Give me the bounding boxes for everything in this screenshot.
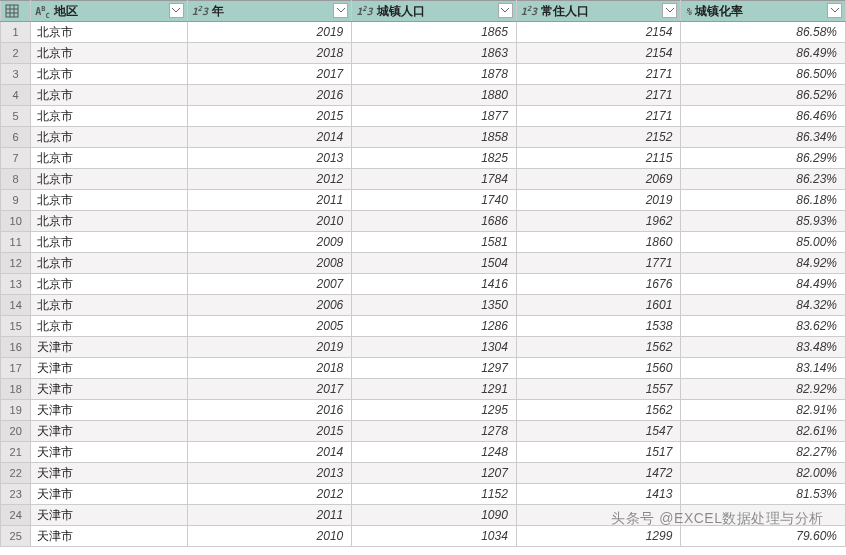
cell-year[interactable]: 2019 xyxy=(187,337,352,358)
cell-region[interactable]: 北京市 xyxy=(31,22,187,43)
cell-resident[interactable]: 1962 xyxy=(516,211,681,232)
cell-urban[interactable]: 1877 xyxy=(352,106,517,127)
row-number[interactable]: 13 xyxy=(1,274,31,295)
filter-dropdown-year[interactable] xyxy=(333,3,348,18)
row-number[interactable]: 12 xyxy=(1,253,31,274)
cell-rate[interactable]: 86.58% xyxy=(681,22,846,43)
row-number[interactable]: 10 xyxy=(1,211,31,232)
cell-year[interactable]: 2011 xyxy=(187,505,352,526)
cell-year[interactable]: 2012 xyxy=(187,484,352,505)
table-row[interactable]: 23天津市20121152141381.53% xyxy=(1,484,846,505)
cell-urban[interactable]: 1740 xyxy=(352,190,517,211)
row-number[interactable]: 15 xyxy=(1,316,31,337)
cell-rate[interactable]: 85.00% xyxy=(681,232,846,253)
cell-urban[interactable]: 1880 xyxy=(352,85,517,106)
table-row[interactable]: 18天津市20171291155782.92% xyxy=(1,379,846,400)
cell-region[interactable]: 北京市 xyxy=(31,211,187,232)
cell-resident[interactable]: 2019 xyxy=(516,190,681,211)
cell-year[interactable]: 2019 xyxy=(187,22,352,43)
row-number[interactable]: 14 xyxy=(1,295,31,316)
cell-year[interactable]: 2018 xyxy=(187,358,352,379)
row-number[interactable]: 23 xyxy=(1,484,31,505)
cell-resident[interactable]: 1601 xyxy=(516,295,681,316)
table-row[interactable]: 11北京市20091581186085.00% xyxy=(1,232,846,253)
cell-resident[interactable]: 1517 xyxy=(516,442,681,463)
row-number[interactable]: 21 xyxy=(1,442,31,463)
cell-region[interactable]: 北京市 xyxy=(31,169,187,190)
cell-resident[interactable]: 1560 xyxy=(516,358,681,379)
cell-urban[interactable]: 1858 xyxy=(352,127,517,148)
cell-urban[interactable]: 1686 xyxy=(352,211,517,232)
row-number[interactable]: 2 xyxy=(1,43,31,64)
cell-year[interactable]: 2017 xyxy=(187,64,352,85)
cell-rate[interactable]: 82.00% xyxy=(681,463,846,484)
cell-region[interactable]: 北京市 xyxy=(31,106,187,127)
cell-year[interactable]: 2010 xyxy=(187,526,352,547)
row-number[interactable]: 22 xyxy=(1,463,31,484)
cell-region[interactable]: 北京市 xyxy=(31,253,187,274)
row-number[interactable]: 24 xyxy=(1,505,31,526)
table-row[interactable]: 13北京市20071416167684.49% xyxy=(1,274,846,295)
column-header-resident[interactable]: 123常住人口 xyxy=(516,1,681,22)
cell-resident[interactable]: 2171 xyxy=(516,85,681,106)
cell-resident[interactable]: 1562 xyxy=(516,337,681,358)
cell-rate[interactable]: 83.62% xyxy=(681,316,846,337)
cell-urban[interactable]: 1581 xyxy=(352,232,517,253)
cell-urban[interactable]: 1878 xyxy=(352,64,517,85)
cell-year[interactable]: 2015 xyxy=(187,421,352,442)
cell-region[interactable]: 天津市 xyxy=(31,526,187,547)
cell-region[interactable]: 北京市 xyxy=(31,64,187,85)
table-row[interactable]: 4北京市20161880217186.52% xyxy=(1,85,846,106)
cell-urban[interactable]: 1207 xyxy=(352,463,517,484)
cell-region[interactable]: 北京市 xyxy=(31,295,187,316)
row-number[interactable]: 19 xyxy=(1,400,31,421)
row-number[interactable]: 20 xyxy=(1,421,31,442)
table-row[interactable]: 21天津市20141248151782.27% xyxy=(1,442,846,463)
cell-rate[interactable]: 86.46% xyxy=(681,106,846,127)
table-row[interactable]: 25天津市20101034129979.60% xyxy=(1,526,846,547)
cell-region[interactable]: 天津市 xyxy=(31,421,187,442)
cell-rate[interactable]: 82.27% xyxy=(681,442,846,463)
cell-year[interactable]: 2018 xyxy=(187,43,352,64)
table-row[interactable]: 15北京市20051286153883.62% xyxy=(1,316,846,337)
cell-resident[interactable]: 1472 xyxy=(516,463,681,484)
cell-urban[interactable]: 1152 xyxy=(352,484,517,505)
cell-resident[interactable] xyxy=(516,505,681,526)
table-row[interactable]: 12北京市20081504177184.92% xyxy=(1,253,846,274)
table-row[interactable]: 5北京市20151877217186.46% xyxy=(1,106,846,127)
table-row[interactable]: 2北京市20181863215486.49% xyxy=(1,43,846,64)
cell-rate[interactable]: 84.92% xyxy=(681,253,846,274)
table-row[interactable]: 7北京市20131825211586.29% xyxy=(1,148,846,169)
cell-urban[interactable]: 1295 xyxy=(352,400,517,421)
cell-rate[interactable]: 81.53% xyxy=(681,484,846,505)
cell-resident[interactable]: 1547 xyxy=(516,421,681,442)
cell-region[interactable]: 天津市 xyxy=(31,484,187,505)
cell-rate[interactable]: 79.60% xyxy=(681,526,846,547)
cell-rate[interactable]: 86.50% xyxy=(681,64,846,85)
table-row[interactable]: 22天津市20131207147282.00% xyxy=(1,463,846,484)
cell-rate[interactable]: 86.34% xyxy=(681,127,846,148)
cell-rate[interactable]: 86.29% xyxy=(681,148,846,169)
filter-dropdown-urban[interactable] xyxy=(498,3,513,18)
cell-urban[interactable]: 1278 xyxy=(352,421,517,442)
cell-urban[interactable]: 1416 xyxy=(352,274,517,295)
cell-year[interactable]: 2014 xyxy=(187,442,352,463)
cell-region[interactable]: 北京市 xyxy=(31,85,187,106)
cell-year[interactable]: 2014 xyxy=(187,127,352,148)
row-number[interactable]: 6 xyxy=(1,127,31,148)
row-number[interactable]: 17 xyxy=(1,358,31,379)
table-row[interactable]: 17天津市20181297156083.14% xyxy=(1,358,846,379)
cell-resident[interactable]: 2154 xyxy=(516,22,681,43)
data-grid[interactable]: ABC地区123年123城镇人口123常住人口%城镇化率 1北京市2019186… xyxy=(0,0,846,547)
cell-region[interactable]: 天津市 xyxy=(31,379,187,400)
cell-year[interactable]: 2015 xyxy=(187,106,352,127)
column-header-urban[interactable]: 123城镇人口 xyxy=(352,1,517,22)
cell-urban[interactable]: 1034 xyxy=(352,526,517,547)
cell-rate[interactable]: 84.32% xyxy=(681,295,846,316)
cell-resident[interactable]: 1676 xyxy=(516,274,681,295)
cell-resident[interactable]: 2115 xyxy=(516,148,681,169)
row-number[interactable]: 11 xyxy=(1,232,31,253)
cell-region[interactable]: 天津市 xyxy=(31,337,187,358)
cell-region[interactable]: 北京市 xyxy=(31,274,187,295)
table-row[interactable]: 20天津市20151278154782.61% xyxy=(1,421,846,442)
